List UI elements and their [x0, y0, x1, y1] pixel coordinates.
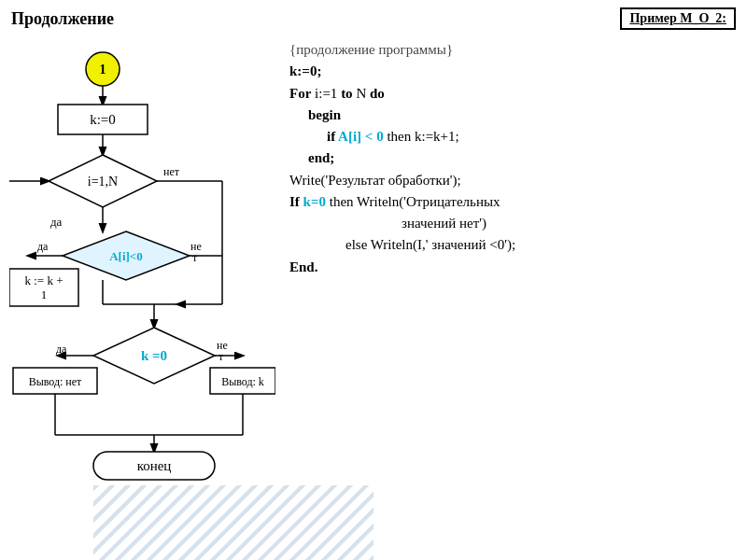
code-line-for: For i:=1 to N do: [289, 83, 728, 105]
svg-text:Вывод: нет: Вывод: нет: [29, 375, 82, 388]
decorative-stripes: [93, 485, 374, 560]
svg-text:i=1,N: i=1,N: [88, 175, 118, 189]
header: Продолжение Пример M_O_2:: [0, 0, 747, 34]
main-content: 1 k:=0 i=1,N да A[i]<0 да k :=: [0, 34, 747, 556]
code-panel: {продолжение программы} k:=0; For i:=1 t…: [280, 34, 738, 556]
svg-text:1: 1: [41, 287, 48, 301]
svg-text:A[i]<0: A[i]<0: [109, 249, 143, 263]
code-line-end2: End.: [289, 257, 728, 278]
svg-text:k:=0: k:=0: [90, 112, 116, 127]
svg-text:да: да: [50, 215, 63, 229]
code-line-begin: begin: [289, 105, 728, 126]
code-line-if2: If k=0 then Writeln('Отрицательных: [289, 191, 728, 213]
svg-text:т: т: [192, 251, 198, 264]
flowchart-svg: 1 k:=0 i=1,N да A[i]<0 да k :=: [9, 34, 275, 552]
svg-text:k =0: k =0: [141, 348, 167, 363]
svg-text:да: да: [37, 240, 49, 253]
svg-text:Вывод: k: Вывод: k: [221, 375, 264, 388]
svg-text:т: т: [218, 350, 224, 363]
code-line-else: else Writeln(I,' значений <0');: [289, 234, 728, 256]
code-line-writeln2: значений нет'): [289, 213, 728, 234]
svg-text:да: да: [56, 343, 67, 356]
code-line-comment: {продолжение программы}: [289, 39, 728, 61]
svg-text:k := k +: k := k +: [24, 273, 63, 287]
code-line-if: if A[i] < 0 then k:=k+1;: [289, 126, 728, 147]
svg-text:нет: нет: [163, 165, 180, 178]
svg-text:конец: конец: [137, 458, 172, 473]
example-badge: Пример M_O_2:: [620, 7, 736, 30]
page-title: Продолжение: [11, 9, 114, 29]
code-line-write: Write('Результат обработки');: [289, 170, 728, 191]
code-line-end: end;: [289, 147, 728, 169]
svg-text:1: 1: [100, 63, 106, 77]
flowchart: 1 k:=0 i=1,N да A[i]<0 да k :=: [9, 34, 280, 556]
code-line-k: k:=0;: [289, 61, 728, 82]
